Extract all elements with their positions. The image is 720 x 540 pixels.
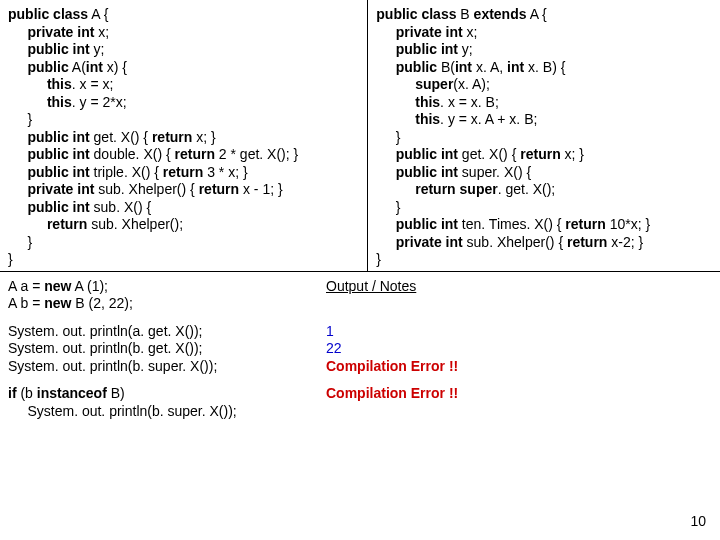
declarations: A a = new A (1); A b = new B (2, 22);: [8, 278, 326, 313]
print-calls-2: if (b instanceof B) System. out. println…: [8, 385, 326, 420]
bottom-section: A a = new A (1); A b = new B (2, 22); Ou…: [0, 272, 720, 427]
class-b-code: public class B extends A { private int x…: [376, 6, 712, 269]
output-2: Compilation Error !!: [326, 385, 458, 403]
class-b-panel: public class B extends A { private int x…: [368, 0, 720, 271]
page-number: 10: [690, 513, 706, 531]
class-a-code: public class A { private int x; public i…: [8, 6, 359, 269]
output-1: 1 22 Compilation Error !!: [326, 323, 458, 376]
class-a-panel: public class A { private int x; public i…: [0, 0, 368, 271]
output-heading: Output / Notes: [326, 278, 416, 296]
print-calls-1: System. out. println(a. get. X()); Syste…: [8, 323, 326, 376]
top-panels: public class A { private int x; public i…: [0, 0, 720, 272]
